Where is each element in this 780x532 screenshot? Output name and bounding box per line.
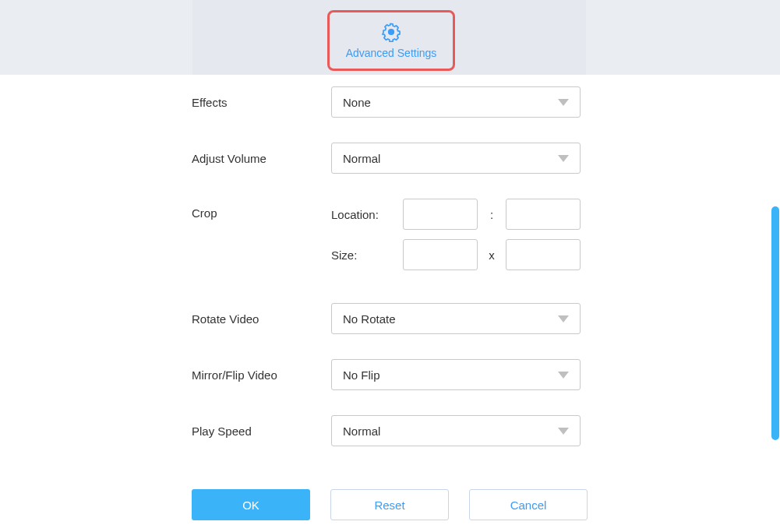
crop-location-separator: : (478, 208, 506, 221)
select-play-speed[interactable]: Normal (331, 415, 581, 446)
label-crop-location: Location: (331, 208, 403, 221)
select-effects-value: None (343, 96, 371, 109)
select-mirror-flip[interactable]: No Flip (331, 359, 581, 390)
button-row: OK Reset Cancel (0, 489, 780, 520)
select-adjust-volume[interactable]: Normal (331, 143, 581, 174)
cancel-button[interactable]: Cancel (469, 489, 588, 520)
crop-location-line: Location: : (331, 199, 581, 230)
tab-label: Advanced Settings (346, 47, 437, 59)
chevron-down-icon (558, 428, 569, 435)
select-rotate-video-value: No Rotate (343, 312, 396, 326)
crop-size-w-input[interactable] (403, 239, 478, 270)
reset-button-label: Reset (374, 499, 404, 512)
chevron-down-icon (558, 315, 569, 322)
label-mirror-flip: Mirror/Flip Video (0, 368, 331, 382)
vertical-scrollbar[interactable] (771, 206, 779, 440)
label-adjust-volume: Adjust Volume (0, 152, 331, 165)
ok-button-label: OK (242, 499, 259, 512)
label-play-speed: Play Speed (0, 425, 331, 438)
crop-size-separator: x (478, 248, 506, 262)
gear-icon (381, 22, 401, 42)
chevron-down-icon (558, 99, 569, 106)
select-adjust-volume-value: Normal (343, 152, 380, 165)
row-mirror-flip: Mirror/Flip Video No Flip (0, 359, 780, 390)
label-crop: Crop (0, 199, 331, 220)
crop-controls: Location: : Size: x (331, 199, 581, 270)
crop-size-line: Size: x (331, 239, 581, 270)
select-mirror-flip-value: No Flip (343, 368, 380, 382)
content-area: Effects None Adjust Volume Normal Crop L… (0, 75, 780, 520)
select-effects[interactable]: None (331, 86, 581, 118)
header-bar: Advanced Settings (0, 0, 780, 75)
row-effects: Effects None (0, 86, 780, 118)
crop-location-y-input[interactable] (506, 199, 581, 230)
select-rotate-video[interactable]: No Rotate (331, 303, 581, 334)
label-crop-size: Size: (331, 248, 403, 262)
crop-location-x-input[interactable] (403, 199, 478, 230)
reset-button[interactable]: Reset (330, 489, 449, 520)
row-play-speed: Play Speed Normal (0, 415, 780, 446)
chevron-down-icon (558, 155, 569, 162)
label-rotate-video: Rotate Video (0, 312, 331, 326)
chevron-down-icon (558, 372, 569, 379)
svg-point-0 (389, 30, 394, 35)
cancel-button-label: Cancel (510, 499, 547, 512)
tab-advanced-settings[interactable]: Advanced Settings (327, 10, 455, 71)
ok-button[interactable]: OK (192, 489, 310, 520)
row-adjust-volume: Adjust Volume Normal (0, 143, 780, 174)
label-effects: Effects (0, 96, 331, 109)
row-crop: Crop Location: : Size: x (0, 199, 780, 270)
row-rotate-video: Rotate Video No Rotate (0, 303, 780, 334)
select-play-speed-value: Normal (343, 425, 380, 438)
crop-size-h-input[interactable] (506, 239, 581, 270)
